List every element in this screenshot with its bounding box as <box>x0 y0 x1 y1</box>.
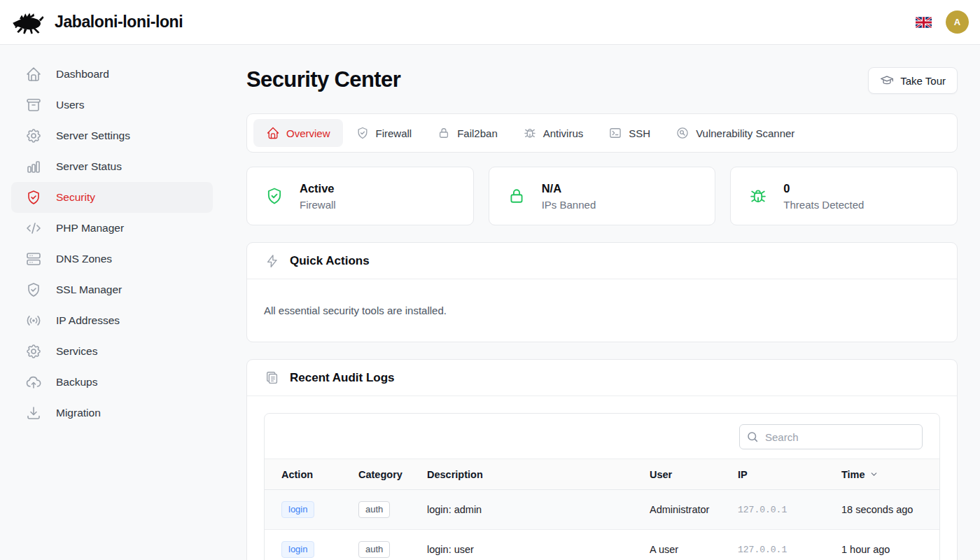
status-cards: Active Firewall N/A IPs Banned 0 <box>246 167 958 225</box>
bug-icon <box>523 126 537 140</box>
sidebar-item-label: Services <box>56 345 97 358</box>
sidebar-item-label: Server Status <box>56 160 122 173</box>
audit-logs-section: Recent Audit Logs <box>246 359 958 560</box>
boar-logo-icon <box>11 10 45 35</box>
sidebar-item-label: Dashboard <box>56 68 109 80</box>
tab[interactable]: Firewall <box>343 119 425 147</box>
cloud-upload-icon <box>25 374 42 391</box>
main-content: Security Center Take Tour Overview <box>224 45 980 560</box>
page-title: Security Center <box>246 67 400 92</box>
description-cell: login: admin <box>427 490 650 530</box>
description-cell: login: user <box>427 530 650 560</box>
tab[interactable]: SSH <box>596 119 663 147</box>
audit-row: login auth login: admin Administrator 12… <box>265 490 939 530</box>
graduation-cap-icon <box>880 74 894 88</box>
status-label: Threats Detected <box>783 199 864 211</box>
sidebar-item-label: Backups <box>56 376 97 388</box>
search-icon <box>746 430 759 443</box>
security-tabs: Overview Firewall Fail2ban Antivirus <box>246 113 958 153</box>
archive-icon <box>25 97 42 113</box>
broadcast-icon <box>25 312 42 329</box>
sidebar-item[interactable]: Backups <box>11 367 213 398</box>
sidebar-item[interactable]: Dashboard <box>11 59 213 90</box>
download-tray-icon <box>25 405 42 421</box>
status-label: IPs Banned <box>542 199 596 211</box>
quick-actions-section: Quick Actions All essential security too… <box>246 242 958 342</box>
sidebar-item[interactable]: Migration <box>11 398 213 428</box>
terminal-icon <box>608 126 622 140</box>
sidebar-item-label: Server Settings <box>56 130 130 142</box>
category-badge: auth <box>358 501 390 518</box>
server-stack-icon <box>25 251 42 267</box>
shield-check-icon <box>265 186 284 206</box>
bug-icon <box>748 186 768 206</box>
user-avatar[interactable]: A <box>946 10 969 34</box>
user-cell: A user <box>650 530 738 560</box>
tab-label: Antivirus <box>543 127 584 139</box>
chevron-down-icon <box>869 470 878 479</box>
code-icon <box>25 220 42 237</box>
brand: Jabaloni-loni-loni <box>11 10 183 35</box>
sidebar-item[interactable]: Server Settings <box>11 120 213 151</box>
tab[interactable]: Overview <box>253 119 343 147</box>
status-label: Firewall <box>300 199 336 211</box>
lightning-icon <box>265 253 280 269</box>
time-cell: 1 hour ago <box>841 530 939 560</box>
search-input[interactable] <box>739 424 923 449</box>
tab-label: Overview <box>286 127 330 139</box>
tab-label: Vulnerability Scanner <box>696 127 794 139</box>
audit-row: login auth login: user A user 127.0.0.1 … <box>265 530 939 560</box>
tab[interactable]: Vulnerability Scanner <box>663 119 807 147</box>
uk-flag-icon[interactable] <box>916 17 932 28</box>
sidebar-item-label: Security <box>56 191 95 204</box>
sidebar-item[interactable]: DNS Zones <box>11 244 213 274</box>
tab-label: SSH <box>629 127 650 139</box>
col-ip: IP <box>738 459 841 490</box>
status-value: 0 <box>783 182 864 195</box>
tab-label: Firewall <box>376 127 412 139</box>
status-value: Active <box>300 182 336 195</box>
sidebar-item[interactable]: Users <box>11 90 213 120</box>
sidebar-item-label: IP Addresses <box>56 314 120 327</box>
take-tour-button[interactable]: Take Tour <box>868 67 958 94</box>
sidebar-item-label: DNS Zones <box>56 253 112 265</box>
gear-icon <box>25 127 42 144</box>
sidebar-item-label: Migration <box>56 407 101 419</box>
user-cell: Administrator <box>650 490 738 530</box>
status-card: N/A IPs Banned <box>489 167 716 225</box>
sidebar-item[interactable]: Server Status <box>11 151 213 182</box>
ip-cell: 127.0.0.1 <box>738 490 841 530</box>
sidebar-item[interactable]: Services <box>11 336 213 367</box>
col-category: Category <box>358 459 427 490</box>
lock-icon <box>437 126 451 140</box>
status-value: N/A <box>542 182 596 195</box>
audit-logs-title: Recent Audit Logs <box>290 371 395 385</box>
tab[interactable]: Antivirus <box>510 119 596 147</box>
col-description: Description <box>427 459 650 490</box>
shield-check-icon <box>25 189 42 206</box>
status-card: Active Firewall <box>246 167 474 225</box>
sidebar-item[interactable]: PHP Manager <box>11 213 213 244</box>
audit-table-container: Action Category Description User IP Time <box>264 413 940 560</box>
ip-cell: 127.0.0.1 <box>738 530 841 560</box>
sort-time[interactable]: Time <box>841 469 878 480</box>
sidebar: Dashboard Users Server Settings Server S… <box>0 45 224 560</box>
home-icon <box>266 126 280 140</box>
sidebar-item[interactable]: Security <box>11 182 213 213</box>
tab-label: Fail2ban <box>457 127 498 139</box>
tab[interactable]: Fail2ban <box>424 119 510 147</box>
sidebar-item[interactable]: IP Addresses <box>11 305 213 336</box>
audit-search <box>739 424 923 449</box>
status-card: 0 Threats Detected <box>730 167 958 225</box>
gear-icon <box>25 343 42 360</box>
search-circle-icon <box>676 126 690 140</box>
sidebar-item[interactable]: SSL Manager <box>11 274 213 305</box>
shield-check-icon <box>356 126 370 140</box>
audit-table: Action Category Description User IP Time <box>265 458 939 560</box>
chart-bars-icon <box>25 158 42 175</box>
col-action: Action <box>265 459 358 490</box>
top-bar: Jabaloni-loni-loni A <box>0 0 980 45</box>
action-badge: login <box>281 541 314 558</box>
action-badge: login <box>281 501 314 518</box>
col-time: Time <box>841 459 939 490</box>
